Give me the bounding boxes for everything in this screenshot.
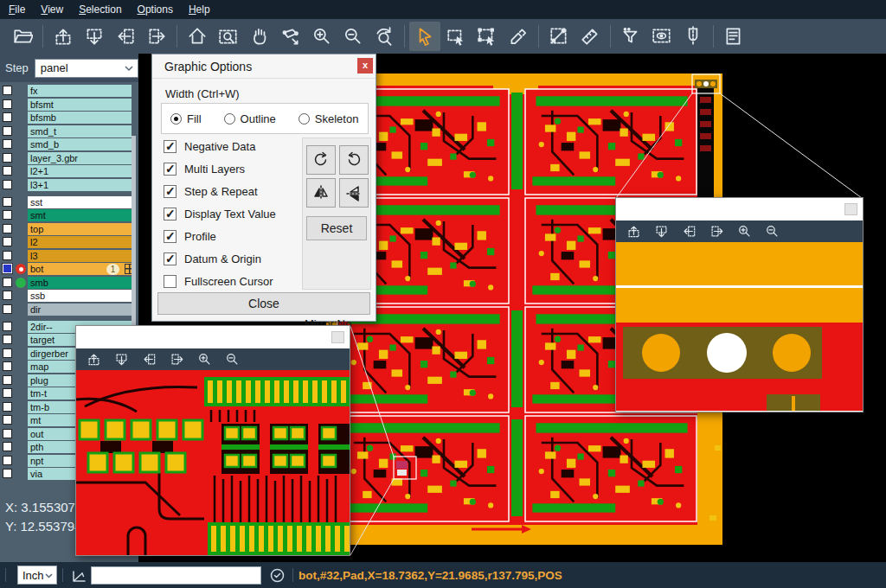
menu-item-options[interactable]: Options <box>138 3 173 16</box>
layer-name-bar[interactable]: smd_b <box>28 138 132 150</box>
layer-visibility-checkbox[interactable] <box>3 375 12 385</box>
radio-dot[interactable] <box>170 113 182 125</box>
step-move-left-button[interactable] <box>140 351 157 368</box>
layer-name-bar[interactable]: l3+1 <box>28 179 132 191</box>
select-arrow-button[interactable] <box>409 22 440 51</box>
zoom-previous-button[interactable] <box>369 22 400 51</box>
window-menu-button[interactable] <box>844 203 857 215</box>
close-icon[interactable]: x <box>357 58 373 74</box>
radio-dot[interactable] <box>224 113 235 125</box>
layer-row-fx[interactable]: fx <box>0 85 138 97</box>
flip-vertical-button[interactable] <box>339 178 369 208</box>
checkbox-box[interactable] <box>164 252 177 265</box>
zoom-in-button[interactable] <box>306 22 337 51</box>
home-view-button[interactable] <box>182 22 213 51</box>
layer-visibility-checkbox[interactable] <box>3 415 12 425</box>
layer-row-layer_3.gbr[interactable]: layer_3.gbr <box>0 152 138 164</box>
layer-name-bar[interactable]: top <box>28 223 132 235</box>
zoom-out-button[interactable] <box>223 351 241 368</box>
reset-button[interactable]: Reset <box>306 216 367 240</box>
layer-visibility-checkbox[interactable] <box>3 180 12 189</box>
menu-item-view[interactable]: View <box>41 3 63 16</box>
step-move-up-button[interactable] <box>85 351 102 368</box>
menu-item-help[interactable]: Help <box>189 3 210 16</box>
layer-name-bar[interactable]: bfsmt <box>28 99 132 111</box>
zoom-in-button[interactable] <box>196 351 213 368</box>
layer-visibility-checkbox[interactable] <box>3 429 12 438</box>
layer-name-bar[interactable]: smb <box>28 277 132 289</box>
checkbox-box[interactable] <box>164 275 177 288</box>
layer-visibility-checkbox[interactable] <box>3 237 12 246</box>
layer-visibility-checkbox[interactable] <box>3 348 12 358</box>
apply-command-icon[interactable] <box>266 565 287 585</box>
layer-visibility-checkbox[interactable] <box>3 388 12 398</box>
zoom-in-button[interactable] <box>735 223 753 240</box>
layer-visibility-checkbox[interactable] <box>3 166 12 176</box>
layer-visibility-checkbox[interactable] <box>3 442 12 451</box>
report-list-button[interactable] <box>718 22 749 51</box>
angle-measure-icon[interactable] <box>68 565 89 585</box>
checkbox-fullscreen-cursor[interactable]: Fullscreen Cursor <box>164 270 276 292</box>
layer-name-bar[interactable]: fx <box>28 85 132 97</box>
layer-name-bar[interactable]: l2 <box>28 236 132 248</box>
flip-horizontal-button[interactable] <box>306 178 336 208</box>
layer-name-bar[interactable]: l2+1 <box>28 165 132 177</box>
checkbox-box[interactable] <box>164 140 177 153</box>
layer-row-smb[interactable]: smb <box>0 277 138 289</box>
layer-row-top[interactable]: top <box>0 223 138 235</box>
zoom-window-left-view[interactable] <box>76 370 350 555</box>
checkbox-box[interactable] <box>164 230 177 243</box>
unit-select[interactable]: Inch <box>17 566 57 585</box>
layer-visibility-checkbox[interactable] <box>3 469 12 478</box>
object-distance-button[interactable] <box>275 22 306 51</box>
zoom-window-right-titlebar[interactable] <box>616 198 863 220</box>
step-move-down-button[interactable] <box>112 351 130 368</box>
layer-visibility-checkbox[interactable] <box>3 456 12 465</box>
measure-diagonal-button[interactable] <box>543 22 575 51</box>
layer-row-smd_t[interactable]: smd_t <box>0 125 138 137</box>
checkbox-box[interactable] <box>164 185 177 198</box>
filter-button[interactable] <box>615 22 646 51</box>
checkbox-multi-layers[interactable]: Multi Layers <box>164 157 276 180</box>
zoom-window-right-view[interactable] <box>616 242 863 411</box>
layer-visibility-checkbox[interactable] <box>3 112 12 122</box>
layer-row-ssb[interactable]: ssb <box>0 290 138 302</box>
radio-outline[interactable]: Outline <box>224 112 276 125</box>
layer-visibility-checkbox[interactable] <box>3 361 12 371</box>
layer-name-bar[interactable]: dir <box>28 304 132 316</box>
layer-row-smt[interactable]: smt <box>0 209 138 221</box>
layer-visibility-checkbox[interactable] <box>3 251 12 260</box>
menu-item-file[interactable]: File <box>9 3 25 16</box>
checkbox-step-repeat[interactable]: Step & Repeat <box>164 180 276 202</box>
layer-visibility-checkbox[interactable] <box>3 210 12 220</box>
dialog-title[interactable]: Graphic Options <box>152 54 376 79</box>
layer-name-bar[interactable]: bfsmb <box>28 112 132 124</box>
group-select-button[interactable] <box>472 22 503 51</box>
close-button[interactable]: Close <box>157 292 370 315</box>
step-select[interactable]: panel <box>35 59 138 78</box>
rotate-cw-button[interactable] <box>306 145 336 175</box>
step-move-down-button[interactable] <box>79 22 110 51</box>
ruler-button[interactable] <box>575 22 606 51</box>
preview-eye-button[interactable] <box>646 22 677 51</box>
radio-fill[interactable]: Fill <box>170 112 202 125</box>
layer-name-bar[interactable]: smt <box>28 209 132 221</box>
step-move-down-button[interactable] <box>652 223 670 240</box>
zoom-out-button[interactable] <box>763 223 780 240</box>
open-folder-button[interactable] <box>7 22 38 51</box>
step-move-left-button[interactable] <box>110 22 141 51</box>
checkbox-box[interactable] <box>164 163 177 176</box>
checkbox-profile[interactable]: Profile <box>164 225 276 247</box>
clear-brush-button[interactable] <box>503 22 534 51</box>
layer-row-bot[interactable]: bot1 <box>0 263 138 275</box>
command-input[interactable] <box>91 566 261 585</box>
layer-row-l2+1[interactable]: l2+1 <box>0 165 138 177</box>
zoom-window-button[interactable] <box>213 22 244 51</box>
checkbox-negative-data[interactable]: Negative Data <box>164 135 276 157</box>
menu-item-selection[interactable]: Selection <box>79 3 121 16</box>
layer-name-bar[interactable]: smd_t <box>28 125 132 137</box>
layer-visibility-checkbox[interactable] <box>3 197 12 207</box>
layer-name-bar[interactable]: l3 <box>28 250 132 262</box>
step-move-left-button[interactable] <box>680 223 697 240</box>
zoom-window-left-titlebar[interactable] <box>76 326 350 348</box>
